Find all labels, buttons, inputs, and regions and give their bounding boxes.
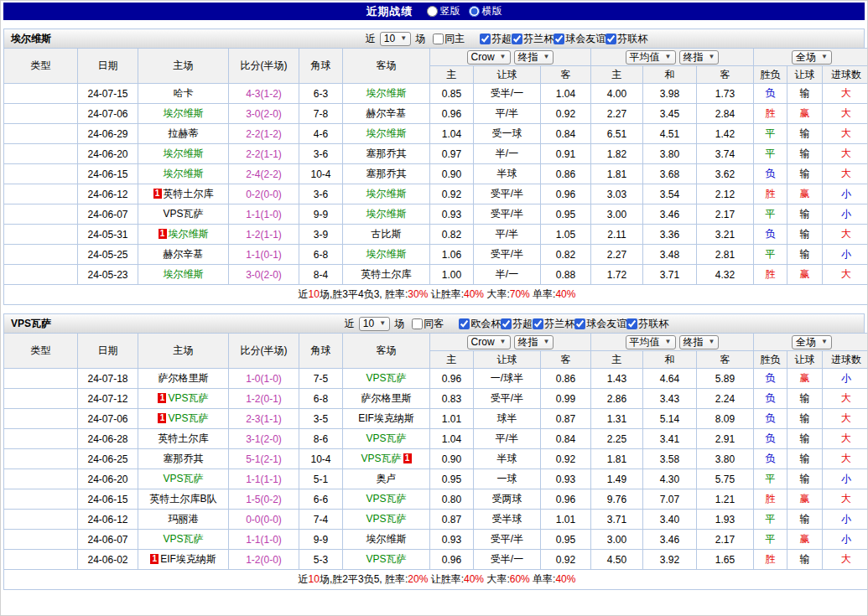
sub-col-header: 客 xyxy=(697,351,754,369)
odds-home-cell: 0.96 xyxy=(430,369,474,389)
match-row: 芬超24-07-061VPS瓦萨2-3(1-1)3-5EIF埃克纳斯1.01球半… xyxy=(4,409,868,429)
league-filter-芬超[interactable]: 芬超 xyxy=(501,317,533,331)
home-team-cell: 1英特土尔库 xyxy=(138,184,229,204)
result-goals-cell: 小 xyxy=(823,530,868,550)
matches-table: 类型 日期 主场 比分(半场) 角球 客场 Crow▼ 终指▼ 平均值▼ xyxy=(3,48,868,305)
away-team-cell: 赫尔辛基 xyxy=(343,104,430,124)
score-cell: 2-2(1-2) xyxy=(229,124,299,144)
avg-group-header: 平均值▼ 终指▼ xyxy=(591,49,754,66)
league-checkbox[interactable] xyxy=(606,34,616,44)
odds-handicap-cell: 一/球半 xyxy=(474,369,541,389)
average-select[interactable]: 平均值▼ xyxy=(626,50,676,65)
match-row: 芬超24-05-25赫尔辛基1-1(0-1)6-8埃尔维斯1.06受平/半0.8… xyxy=(4,245,868,265)
league-filter-欧会杯[interactable]: 欧会杯 xyxy=(459,317,501,331)
league-checkbox[interactable] xyxy=(512,34,522,44)
league-checkbox-label: 芬超 xyxy=(512,317,533,331)
sub-col-header: 进球数 xyxy=(823,66,868,84)
avg-away-cell: 1.42 xyxy=(697,124,754,144)
avg-stage-select[interactable]: 终指▼ xyxy=(679,50,720,65)
odds-home-cell: 0.82 xyxy=(430,225,474,245)
home-team-cell: 1埃尔维斯 xyxy=(138,225,229,245)
avg-away-cell: 5.89 xyxy=(697,369,754,389)
avg-home-cell: 1.81 xyxy=(591,449,643,469)
corner-cell: 3-9 xyxy=(299,225,343,245)
col-header-home: 主场 xyxy=(138,49,229,84)
date-cell: 24-06-07 xyxy=(78,530,138,550)
league-checkbox[interactable] xyxy=(501,318,512,329)
odds-handicap-cell: 受平/半 xyxy=(474,204,541,225)
bookmaker-select[interactable]: Crow▼ xyxy=(467,335,511,349)
avg-stage-select[interactable]: 终指▼ xyxy=(679,335,720,349)
league-filter-芬联杯[interactable]: 芬联杯 xyxy=(606,32,647,46)
away-team-cell: 埃尔维斯 xyxy=(343,124,430,144)
dropdown-arrow-icon: ▼ xyxy=(665,339,672,345)
league-filter-芬兰杯[interactable]: 芬兰杯 xyxy=(512,32,554,46)
date-cell: 24-06-20 xyxy=(78,469,138,489)
corner-cell: 3-5 xyxy=(299,409,343,429)
avg-draw-cell: 3.54 xyxy=(643,184,697,204)
fulltime-select[interactable]: 全场▼ xyxy=(792,335,832,349)
odds-away-cell: 1.04 xyxy=(541,84,591,104)
away-team-cell: VPS瓦萨 xyxy=(343,550,430,570)
team-link: 英特土尔库B队 xyxy=(149,493,216,505)
summary-segment: 大率: xyxy=(484,288,510,300)
layout-radio[interactable] xyxy=(469,6,480,17)
result-goals-cell: 小 xyxy=(823,184,868,204)
layout-option-horizontal[interactable]: 横版 xyxy=(469,4,502,18)
same-venue-checkbox[interactable] xyxy=(433,34,444,44)
avg-home-cell: 3.03 xyxy=(591,184,643,204)
average-select[interactable]: 平均值▼ xyxy=(626,335,676,349)
league-filter-芬兰杯[interactable]: 芬兰杯 xyxy=(533,317,574,331)
odds-stage-select[interactable]: 终指▼ xyxy=(514,50,554,65)
league-cell: 芬超 xyxy=(4,469,78,489)
result-outcome-cell: 胜 xyxy=(754,184,787,204)
bookmaker-select[interactable]: Crow▼ xyxy=(467,50,511,65)
league-filter-芬联杯[interactable]: 芬联杯 xyxy=(626,317,668,331)
away-team-cell: VPS瓦萨 xyxy=(343,489,430,510)
odds-home-cell: 0.85 xyxy=(430,84,474,104)
sub-col-header: 和 xyxy=(643,66,697,84)
avg-home-cell: 3.00 xyxy=(591,204,643,225)
league-checkbox[interactable] xyxy=(574,318,585,329)
league-checkbox-label: 芬兰杯 xyxy=(544,317,574,331)
league-checkbox[interactable] xyxy=(480,34,491,44)
result-goals-cell: 大 xyxy=(823,124,868,144)
result-goals-cell: 小 xyxy=(823,369,868,389)
league-filter-球会友谊[interactable]: 球会友谊 xyxy=(554,32,606,46)
result-outcome-cell: 平 xyxy=(754,144,787,164)
odds-stage-select[interactable]: 终指▼ xyxy=(514,335,554,349)
date-cell: 24-06-28 xyxy=(78,429,138,449)
recent-count-select[interactable]: 10▼ xyxy=(359,317,390,331)
avg-draw-cell: 3.58 xyxy=(643,449,697,469)
date-cell: 24-06-02 xyxy=(78,550,138,570)
league-filter-球会友谊[interactable]: 球会友谊 xyxy=(574,317,626,331)
odds-away-cell: 0.92 xyxy=(541,449,591,469)
league-cell: 芬超 xyxy=(4,550,78,570)
col-header-score: 比分(半场) xyxy=(229,49,299,84)
layout-option-vertical[interactable]: 竖版 xyxy=(427,4,460,18)
fulltime-select[interactable]: 全场▼ xyxy=(792,50,832,65)
league-checkbox[interactable] xyxy=(554,34,564,44)
league-cell: 芬超 xyxy=(4,204,78,225)
league-checkbox[interactable] xyxy=(459,318,470,329)
summary-segment: 40% xyxy=(555,573,575,585)
corner-cell: 6-8 xyxy=(299,245,343,265)
league-checkbox[interactable] xyxy=(533,318,543,329)
match-row: 芬超24-06-28英特土尔库3-1(2-0)8-6VPS瓦萨1.04平/半0.… xyxy=(4,429,868,449)
layout-radio[interactable] xyxy=(427,6,438,17)
recent-count-select[interactable]: 10▼ xyxy=(380,32,411,46)
odds-home-cell: 0.90 xyxy=(430,449,474,469)
same-venue-filter[interactable]: 同客 xyxy=(412,317,444,331)
corner-cell: 8-4 xyxy=(299,265,343,285)
same-venue-checkbox[interactable] xyxy=(412,318,423,329)
corner-cell: 6-8 xyxy=(299,389,343,409)
dropdown-arrow-icon: ▼ xyxy=(400,35,407,42)
match-row: 芬超24-05-23埃尔维斯3-0(2-0)8-4英特土尔库1.00半/一0.8… xyxy=(4,265,868,285)
corner-cell: 5-3 xyxy=(299,550,343,570)
col-header-date: 日期 xyxy=(78,49,138,84)
same-venue-filter[interactable]: 同主 xyxy=(433,32,465,46)
sub-col-header: 让球 xyxy=(787,351,823,369)
league-checkbox[interactable] xyxy=(626,318,637,329)
avg-away-cell: 2.84 xyxy=(697,104,754,124)
league-filter-芬超[interactable]: 芬超 xyxy=(480,32,512,46)
